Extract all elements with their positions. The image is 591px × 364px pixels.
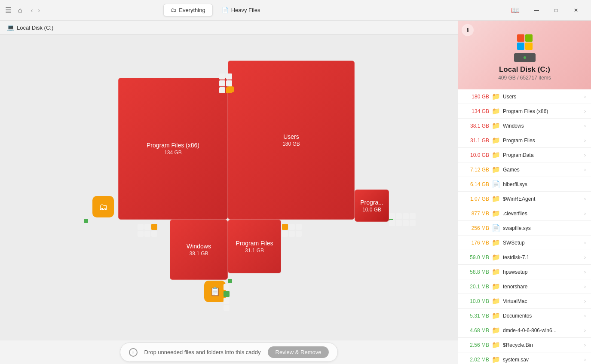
everything-tab-label: Everything	[179, 7, 205, 13]
green-dot-left	[84, 219, 88, 223]
tiny-grid-below-folder	[224, 284, 230, 311]
progfiles-block-size: 31.1 GB	[245, 248, 264, 254]
title-bar: ☰ ⌂ ‹ › 🗂 Everything 📄 Heavy Files 📖 — □…	[0, 0, 591, 21]
file-list-item[interactable]: 180 GB📁Users›	[458, 89, 591, 104]
tab-everything[interactable]: 🗂 Everything	[163, 4, 212, 16]
file-chevron-icon: ›	[584, 298, 586, 304]
treemap-panel: 💻 Local Disk (C:) Users 180 GB Program F…	[0, 21, 458, 364]
tiny-grid-top	[219, 73, 232, 93]
file-list-item[interactable]: 59.0 MB📁testdisk-7.1›	[458, 250, 591, 265]
file-folder-icon: 📁	[492, 151, 500, 159]
progfiles-block[interactable]: Program Files 31.1 GB	[228, 220, 281, 273]
file-size: 180 GB	[463, 94, 489, 100]
tiny-grid-left-bottom	[138, 224, 157, 237]
caddy-bar: ○ Drop unneeded files and folders into t…	[0, 340, 458, 364]
file-list-item[interactable]: 10.0 MB📁VirtualMac›	[458, 294, 591, 309]
file-folder-icon: 📁	[492, 297, 500, 305]
file-chevron-icon: ›	[584, 123, 586, 129]
file-size: 7.12 GB	[463, 167, 489, 173]
file-name: testdisk-7.1	[503, 254, 582, 260]
tiny-grid-mid-right	[282, 224, 302, 237]
file-chevron-icon: ›	[584, 211, 586, 217]
file-list-item[interactable]: 38.1 GB📁Windows›	[458, 119, 591, 133]
file-folder-icon: 📁	[492, 122, 500, 130]
win-quad-green	[525, 34, 533, 42]
users-block-size: 180 GB	[282, 141, 300, 147]
file-list-item[interactable]: 877 MB📁.cleverfiles›	[458, 206, 591, 221]
file-chevron-icon: ›	[584, 196, 586, 202]
file-folder-icon: 📁	[492, 165, 500, 174]
windows-block[interactable]: Windows 38.1 GB	[170, 220, 228, 280]
file-list-item[interactable]: 6.14 GB📄hiberfil.sys	[458, 177, 591, 192]
file-list-item[interactable]: 2.02 MB📁system.sav›	[458, 352, 591, 364]
file-chevron-icon: ›	[584, 167, 586, 173]
back-arrow[interactable]: ‹	[29, 5, 35, 15]
green-dot-bottom	[228, 279, 232, 283]
tab-heavy-files[interactable]: 📄 Heavy Files	[214, 4, 268, 16]
file-list-item[interactable]: 256 MB📄swapfile.sys	[458, 221, 591, 236]
maximize-button[interactable]: □	[546, 3, 566, 17]
win-quad-blue	[517, 43, 524, 50]
info-panel-subtitle: 409 GB / 652717 items	[498, 75, 551, 81]
file-size: 134 GB	[463, 108, 489, 114]
disk-breadcrumb-icon: 💻	[7, 24, 14, 31]
file-folder-icon: 📁	[492, 107, 500, 115]
programdata-block[interactable]: Progra... 10.0 GB	[355, 190, 389, 222]
file-list-item[interactable]: 7.12 GB📁Games›	[458, 162, 591, 177]
progfiles-block-name: Program Files	[236, 240, 273, 247]
programdata-block-name: Progra...	[360, 199, 383, 206]
win-quad-red	[517, 34, 524, 42]
users-block[interactable]: Users 180 GB	[228, 61, 355, 220]
file-name: hiberfil.sys	[503, 181, 586, 187]
folder-orange-bottom[interactable]: 📋	[204, 281, 226, 302]
file-name: .cleverfiles	[503, 211, 582, 217]
file-list-item[interactable]: 31.1 GB📁Program Files›	[458, 133, 591, 148]
file-size: 6.14 GB	[463, 181, 489, 187]
file-list-item[interactable]: 10.0 GB📁ProgramData›	[458, 148, 591, 162]
file-chevron-icon: ›	[584, 152, 586, 158]
file-list-item[interactable]: 58.8 MB📁hpswsetup›	[458, 265, 591, 279]
file-list-item[interactable]: 5.31 MB📁Documentos›	[458, 309, 591, 323]
file-list-item[interactable]: 4.68 MB📁dmde-4-0-6-806-win6...›	[458, 323, 591, 338]
close-button[interactable]: ✕	[566, 3, 586, 17]
file-list-item[interactable]: 1.07 GB📁$WinREAgent›	[458, 192, 591, 206]
file-list-item[interactable]: 2.56 MB📁$Recycle.Bin›	[458, 338, 591, 352]
file-size: 31.1 GB	[463, 138, 489, 144]
book-icon[interactable]: 📖	[511, 6, 520, 14]
file-size: 256 MB	[463, 225, 489, 231]
file-size: 1.07 GB	[463, 196, 489, 202]
disk-icon-area	[514, 34, 536, 62]
hamburger-icon[interactable]: ☰	[5, 6, 11, 14]
prog86-block[interactable]: Program Files (x86) 134 GB	[118, 78, 228, 220]
treemap-area: Users 180 GB Program Files (x86) 134 GB …	[0, 35, 458, 340]
info-header: ℹ Local Disk (C:) 409 GB / 652717 items	[458, 21, 591, 89]
file-name: Program Files (x86)	[503, 108, 582, 114]
file-folder-icon: 📁	[492, 209, 500, 217]
file-size: 20.1 MB	[463, 284, 489, 290]
file-folder-icon: 📁	[492, 341, 500, 349]
file-chevron-icon: ›	[584, 94, 586, 100]
file-name: Users	[503, 94, 582, 100]
disk-led	[524, 56, 526, 59]
file-name: Games	[503, 167, 582, 173]
file-size: 59.0 MB	[463, 254, 489, 260]
folder-orange-left[interactable]: 🗂	[92, 196, 114, 217]
file-list-item[interactable]: 134 GB📁Program Files (x86)›	[458, 104, 591, 119]
file-name: tenorshare	[503, 284, 582, 290]
file-folder-icon: 📁	[492, 195, 500, 203]
file-chevron-icon: ›	[584, 138, 586, 144]
review-remove-button[interactable]: Review & Remove	[268, 346, 329, 358]
forward-arrow[interactable]: ›	[36, 5, 42, 15]
file-list-item[interactable]: 176 MB📁SWSetup›	[458, 236, 591, 250]
caddy-text: Drop unneeded files and folders into thi…	[144, 349, 261, 355]
file-list: 180 GB📁Users›134 GB📁Program Files (x86)›…	[458, 89, 591, 364]
file-chevron-icon: ›	[584, 327, 586, 333]
win-quad-yellow	[525, 43, 533, 50]
info-icon-button[interactable]: ℹ	[462, 24, 474, 36]
minimize-button[interactable]: —	[527, 3, 546, 17]
disk-drive-icon	[514, 53, 536, 62]
file-name: Program Files	[503, 138, 582, 144]
home-icon[interactable]: ⌂	[18, 6, 22, 14]
file-chevron-icon: ›	[584, 254, 586, 260]
file-list-item[interactable]: 20.1 MB📁tenorshare›	[458, 279, 591, 294]
